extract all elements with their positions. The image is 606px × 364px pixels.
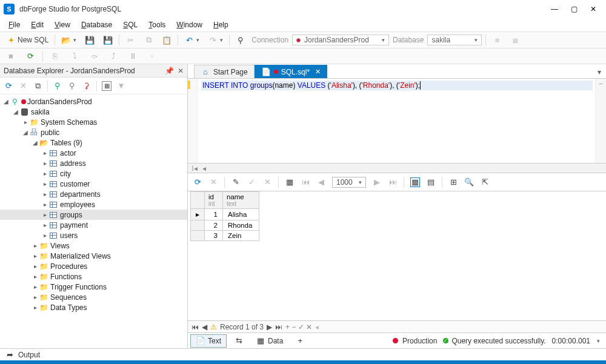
explorer-copy-button[interactable]: ⧉	[33, 81, 42, 91]
connect-all-button[interactable]: ⚲	[67, 81, 77, 91]
column-header-name[interactable]: nametext	[223, 192, 259, 209]
menu-tools[interactable]: Tools	[144, 19, 170, 30]
mode-text-button[interactable]: 📄 Text	[190, 334, 227, 348]
refresh-exec-button[interactable]: ⟳	[23, 50, 38, 62]
filter-button[interactable]: ▼	[116, 81, 126, 91]
disconnect-button[interactable]: ⚳	[82, 81, 92, 91]
tree-folder-data-types[interactable]: ▸📁Data Types	[0, 302, 187, 313]
exec-break-button[interactable]: ◦	[145, 50, 159, 62]
save-all-button[interactable]: 💾	[101, 34, 115, 46]
results-export-button[interactable]: ⇱	[480, 177, 490, 187]
cell-id[interactable]: 3	[205, 231, 223, 241]
stop-exec-button[interactable]: ■	[4, 50, 18, 62]
explorer-tree[interactable]: ◢⚲ JordanSandersProd ◢ sakila ▸📁 System …	[0, 94, 187, 348]
page-size-input[interactable]: 1000▾	[332, 177, 366, 188]
undo-button[interactable]: ↶▾	[182, 34, 202, 46]
show-objects-button[interactable]: ▦	[102, 81, 112, 91]
menu-help[interactable]: Help	[208, 19, 233, 30]
tab-overflow-button[interactable]: ▾	[593, 66, 606, 78]
tree-public-schema-node[interactable]: ◢品 public	[0, 127, 187, 137]
prev-page-button[interactable]: ◀	[316, 177, 326, 187]
tree-table-actor[interactable]: ▸actor	[0, 148, 187, 158]
results-edit-button[interactable]: ✎	[231, 177, 241, 187]
exec-pause-button[interactable]: ⏸	[125, 50, 140, 62]
next-page-button[interactable]: ▶	[372, 177, 382, 187]
tree-folder-sequences[interactable]: ▸📁Sequences	[0, 292, 187, 302]
new-sql-button[interactable]: ✦ New SQL	[4, 34, 51, 46]
results-grid-icon[interactable]: ▦	[285, 177, 295, 187]
tree-folder-procedures[interactable]: ▸📁Procedures	[0, 261, 187, 271]
tree-table-employees[interactable]: ▸employees	[0, 199, 187, 210]
copy-button[interactable]: ⧉	[141, 34, 156, 46]
connect-button[interactable]: ⚲	[233, 34, 248, 46]
explorer-refresh-button[interactable]: ⟳	[4, 81, 13, 91]
tree-folder-materialized-views[interactable]: ▸📁Materialized Views	[0, 251, 187, 261]
explorer-delete-button[interactable]: ✕	[18, 81, 28, 91]
view-pivot-button[interactable]: ⊞	[448, 177, 458, 187]
minimize-button[interactable]: —	[550, 5, 559, 13]
view-grid-button[interactable]: ▦	[410, 177, 420, 187]
menu-view[interactable]: View	[50, 19, 75, 30]
tree-table-departments[interactable]: ▸departments	[0, 189, 187, 199]
tab-sql[interactable]: 📄 SQL.sql* ✕	[255, 65, 327, 78]
nav-next-button[interactable]: ▶	[267, 323, 272, 331]
exec-over-button[interactable]: ⤼	[87, 50, 101, 62]
tab-start-page[interactable]: ⌂ Start Page	[194, 65, 255, 78]
tree-table-city[interactable]: ▸city	[0, 168, 187, 179]
menu-file[interactable]: File	[4, 19, 25, 30]
redo-button[interactable]: ↷▾	[205, 34, 225, 46]
cell-id[interactable]: 1	[205, 209, 223, 220]
nav-prev-button[interactable]: ◀	[202, 323, 207, 331]
tree-folder-trigger-functions[interactable]: ▸📁Trigger Functions	[0, 282, 187, 292]
column-header-id[interactable]: idint	[205, 192, 223, 209]
menu-sql[interactable]: SQL	[118, 19, 142, 30]
table-row[interactable]: 2Rhonda	[191, 220, 259, 231]
output-panel-tab[interactable]: ➦ Output	[0, 348, 606, 360]
open-button[interactable]: 📂▾	[59, 34, 79, 46]
tree-folder-functions[interactable]: ▸📁Functions	[0, 271, 187, 282]
tree-table-users[interactable]: ▸users	[0, 230, 187, 240]
cell-id[interactable]: 2	[205, 220, 223, 231]
tree-table-payment[interactable]: ▸payment	[0, 220, 187, 230]
nav-first-button[interactable]: ⏮	[191, 323, 199, 331]
paste-button[interactable]: 📋	[159, 34, 174, 46]
exec-into-button[interactable]: ⤵	[67, 50, 82, 62]
tree-table-groups[interactable]: ▸groups	[0, 210, 187, 220]
tree-connection-node[interactable]: ◢⚲ JordanSandersProd	[0, 96, 187, 107]
tree-folder-views[interactable]: ▸📁Views	[0, 240, 187, 251]
tree-database-node[interactable]: ◢ sakila	[0, 107, 187, 117]
row-selector[interactable]: ▸	[191, 209, 205, 220]
sql-editor[interactable]: INSERT INTO groups(name) VALUES ('Alisha…	[188, 79, 606, 164]
new-connection-button[interactable]: ⚲	[53, 81, 62, 91]
menu-database[interactable]: Database	[76, 19, 117, 30]
cell-name[interactable]: Rhonda	[223, 220, 259, 231]
tab-close-icon[interactable]: ✕	[315, 68, 321, 76]
connection-selector[interactable]: JordanSandersProd ▾	[292, 35, 389, 45]
exec-step-button[interactable]: ⎘	[48, 50, 62, 62]
view-card-button[interactable]: ▤	[426, 177, 436, 187]
explorer-close-icon[interactable]: ✕	[178, 67, 184, 75]
cut-button[interactable]: ✂	[123, 34, 138, 46]
pin-icon[interactable]: 📌	[165, 67, 174, 75]
database-selector[interactable]: sakila ▾	[427, 35, 482, 45]
table-row[interactable]: ▸1Alisha	[191, 209, 259, 220]
maximize-button[interactable]: ▢	[570, 5, 578, 13]
menu-edit[interactable]: Edit	[26, 19, 48, 30]
cell-name[interactable]: Alisha	[223, 209, 259, 220]
cell-name[interactable]: Zein	[223, 231, 259, 241]
menu-window[interactable]: Window	[171, 19, 207, 30]
first-page-button[interactable]: ⏮	[301, 177, 310, 187]
results-cancel-button[interactable]: ✕	[208, 177, 218, 187]
row-selector[interactable]	[191, 220, 205, 231]
editor-splitter[interactable]: ⁞◂ ◂	[188, 164, 606, 173]
close-button[interactable]: ✕	[589, 5, 598, 13]
save-button[interactable]: 💾	[82, 34, 97, 46]
table-row[interactable]: 3Zein	[191, 231, 259, 241]
tree-table-address[interactable]: ▸address	[0, 158, 187, 168]
exec-timing-dropdown[interactable]: ▾	[597, 338, 600, 344]
exec-out-button[interactable]: ⤴	[106, 50, 121, 62]
results-commit-button[interactable]: ✓	[247, 177, 256, 187]
tree-table-customer[interactable]: ▸customer	[0, 179, 187, 189]
tree-system-schemas-node[interactable]: ▸📁 System Schemas	[0, 117, 187, 127]
results-grid[interactable]: idintnametext ▸1Alisha2Rhonda3Zein	[188, 191, 606, 320]
